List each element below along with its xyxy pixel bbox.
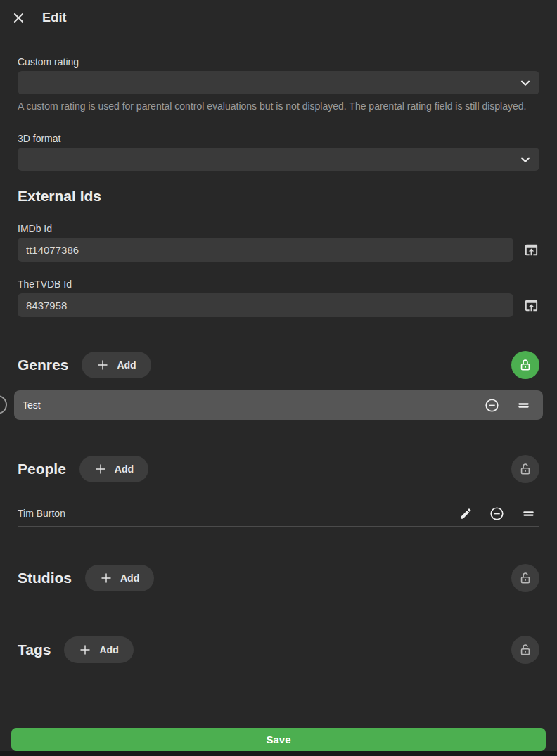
add-genre-label: Add <box>117 359 136 371</box>
studios-section-header: Studios Add <box>18 564 539 592</box>
genres-lock-button[interactable] <box>511 351 539 379</box>
tags-lock-button[interactable] <box>511 636 539 664</box>
close-button[interactable] <box>12 11 25 25</box>
padlock-open-icon <box>518 643 532 657</box>
imdb-id-label: IMDb Id <box>18 223 539 234</box>
studios-heading: Studios <box>18 570 72 587</box>
3d-format-select[interactable] <box>18 148 539 171</box>
external-ids-heading: External Ids <box>18 188 539 205</box>
tvdb-id-row <box>18 293 539 317</box>
tvdb-open-button[interactable] <box>523 297 539 314</box>
page-title: Edit <box>42 11 67 25</box>
drag-handle-icon <box>521 506 536 521</box>
person-list-item[interactable]: Tim Burton <box>18 501 539 527</box>
open-in-browser-icon <box>523 297 539 314</box>
tags-heading: Tags <box>18 641 51 658</box>
add-studio-label: Add <box>120 572 139 584</box>
add-genre-button[interactable]: Add <box>82 352 151 378</box>
plus-icon <box>94 463 107 475</box>
pencil-icon <box>459 507 473 520</box>
remove-genre-button[interactable] <box>484 397 500 414</box>
tags-section-header: Tags Add <box>18 636 539 664</box>
genres-divider <box>18 423 539 423</box>
padlock-open-icon <box>518 571 532 585</box>
custom-rating-label: Custom rating <box>18 56 539 68</box>
minus-circle-icon <box>489 506 505 522</box>
drag-genre-handle[interactable] <box>516 398 531 413</box>
imdb-id-row <box>18 238 539 262</box>
custom-rating-help: A custom rating is used for parental con… <box>18 99 539 113</box>
save-button[interactable]: Save <box>11 728 546 751</box>
genre-list-item[interactable]: Test <box>14 390 543 420</box>
add-studio-button[interactable]: Add <box>85 565 154 591</box>
tvdb-id-label: TheTVDB Id <box>18 278 539 290</box>
plus-icon <box>79 643 91 656</box>
padlock-open-icon <box>518 462 532 476</box>
genre-name: Test <box>23 399 41 411</box>
people-section-header: People Add <box>18 455 539 483</box>
imdb-id-input[interactable] <box>18 238 513 262</box>
dialog-header: Edit <box>0 0 557 25</box>
open-in-browser-icon <box>523 242 539 258</box>
tvdb-id-input[interactable] <box>18 293 513 317</box>
padlock-closed-icon <box>518 358 532 372</box>
chevron-down-icon <box>518 76 532 90</box>
genres-section-header: Genres Add <box>18 351 539 379</box>
studios-lock-button[interactable] <box>511 564 539 592</box>
imdb-open-button[interactable] <box>523 242 539 258</box>
drag-person-handle[interactable] <box>521 506 536 521</box>
chevron-down-icon <box>518 153 532 167</box>
custom-rating-select[interactable] <box>18 71 539 94</box>
3d-format-label: 3D format <box>18 133 539 144</box>
drag-indicator-ring <box>0 395 7 414</box>
close-icon <box>12 11 25 25</box>
add-person-label: Add <box>115 463 134 475</box>
minus-circle-icon <box>484 397 500 414</box>
person-name: Tim Burton <box>18 501 65 526</box>
plus-icon <box>100 572 113 584</box>
drag-handle-icon <box>516 398 531 413</box>
dialog-content: Custom rating A custom rating is used fo… <box>0 56 557 664</box>
remove-person-button[interactable] <box>489 506 505 522</box>
people-heading: People <box>18 461 66 478</box>
add-person-button[interactable]: Add <box>79 456 148 482</box>
add-tag-label: Add <box>99 644 118 655</box>
add-tag-button[interactable]: Add <box>64 636 133 663</box>
genres-heading: Genres <box>18 357 68 373</box>
people-lock-button[interactable] <box>511 455 539 483</box>
bottom-strip <box>0 751 557 756</box>
plus-icon <box>96 359 109 371</box>
edit-person-button[interactable] <box>459 507 473 520</box>
